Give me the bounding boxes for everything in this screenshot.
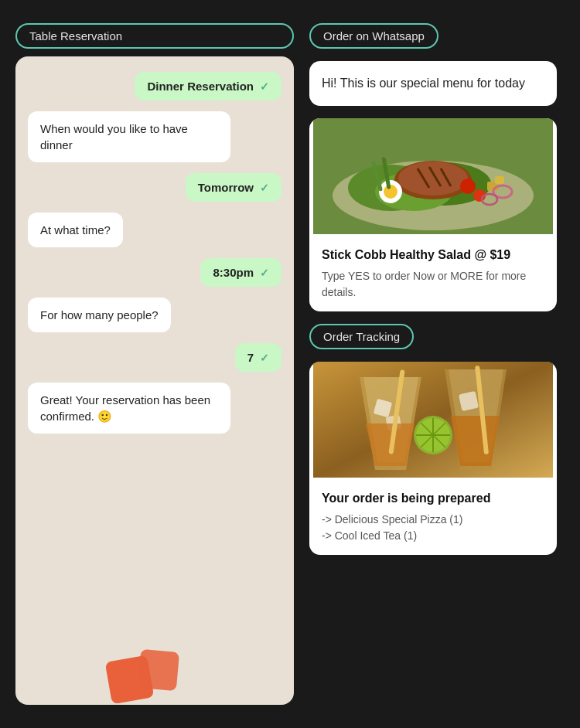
msg-text: Dinner Reservation [147, 80, 254, 93]
left-panel: Table Reservation Dinner Reservation ✓ W… [15, 23, 294, 705]
msg-sent-time: 8:30pm ✓ [200, 258, 281, 287]
svg-rect-25 [459, 391, 479, 411]
check-icon: ✓ [260, 80, 269, 93]
order-card-title: Your order is being prepared [322, 492, 544, 505]
food-card-body: Stick Cobb Healthy Salad @ $19 Type YES … [309, 237, 557, 311]
msg-received-confirm: Great! Your reservation has been confirm… [28, 383, 230, 434]
logo-area [108, 651, 178, 705]
msg-received-people: For how many people? [28, 298, 171, 332]
order-tracking-label: Order Tracking [323, 330, 400, 343]
order-tracking-badge: Order Tracking [309, 324, 414, 349]
order-card-items: -> Delicious Special Pizza (1) -> Cool I… [322, 512, 544, 544]
order-tracking-card: Your order is being prepared -> Deliciou… [309, 362, 557, 555]
svg-point-12 [460, 179, 476, 194]
msg-received-when: When would you like to have dinner [28, 111, 230, 162]
logo-right [138, 649, 179, 691]
logo-shape [108, 651, 178, 705]
salad-image [309, 118, 557, 234]
msg-received-time: At what time? [28, 213, 123, 247]
food-card: Stick Cobb Healthy Salad @ $19 Type YES … [309, 118, 557, 311]
svg-rect-17 [495, 176, 504, 184]
intro-card: Hi! This is our special menu for today [309, 61, 557, 106]
food-card-desc: Type YES to order Now or MORE for more d… [322, 268, 544, 301]
drink-image [309, 362, 557, 478]
order-whatsapp-badge: Order on Whatsapp [309, 23, 438, 49]
svg-point-6 [398, 162, 468, 196]
check-icon-3: ✓ [260, 267, 269, 279]
msg-sent-tomorrow: Tomorrow ✓ [186, 173, 281, 202]
order-whatsapp-label: Order on Whatsapp [323, 29, 425, 43]
food-card-title: Stick Cobb Healthy Salad @ $19 [322, 248, 544, 262]
intro-card-text: Hi! This is our special menu for today [322, 75, 544, 92]
right-panel: Order on Whatsapp Hi! This is our specia… [309, 23, 557, 705]
msg-sent-dinner: Dinner Reservation ✓ [135, 72, 281, 100]
table-reservation-label: Table Reservation [29, 29, 122, 43]
check-icon-4: ✓ [260, 352, 269, 364]
chat-window: Dinner Reservation ✓ When would you like… [15, 56, 294, 705]
msg-sent-number: 7 ✓ [235, 343, 281, 372]
order-card-body: Your order is being prepared -> Deliciou… [309, 481, 557, 555]
check-icon-2: ✓ [260, 182, 269, 194]
table-reservation-badge: Table Reservation [15, 23, 294, 49]
